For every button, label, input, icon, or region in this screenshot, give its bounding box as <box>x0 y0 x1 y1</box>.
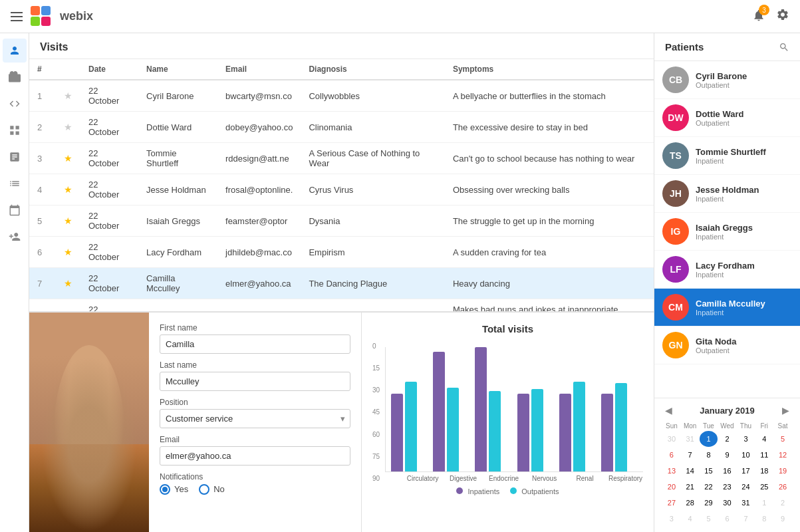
calendar-day[interactable]: 10 <box>737 447 755 463</box>
table-row[interactable]: 8 ★ 22 October Gita Noda hachi@yahoo.co … <box>29 299 654 312</box>
table-row[interactable]: 3 ★ 22 October Tommie Shurtleff rddesign… <box>29 143 654 174</box>
last-name-input[interactable] <box>160 372 350 391</box>
calendar-next-button[interactable]: ▶ <box>779 404 792 417</box>
calendar-day[interactable]: 14 <box>681 463 700 479</box>
table-row[interactable]: 4 ★ 22 October Jesse Holdman frosal@opto… <box>29 174 654 205</box>
sidebar-item-list[interactable] <box>3 172 27 196</box>
calendar-day[interactable]: 3 <box>737 431 755 447</box>
patient-list-item[interactable]: GN Gita Noda Outpatient <box>654 327 800 364</box>
radio-yes-btn[interactable] <box>160 484 170 495</box>
radio-no-label[interactable]: No <box>199 484 225 495</box>
table-row[interactable]: 6 ★ 22 October Lacy Fordham jdhildeb@mac… <box>29 237 654 268</box>
calendar-day[interactable]: 1 <box>755 495 773 511</box>
calendar-day[interactable]: 3 <box>662 511 681 527</box>
calendar-day[interactable]: 5 <box>773 431 792 447</box>
calendar-day[interactable]: 28 <box>681 495 700 511</box>
calendar-day[interactable]: 21 <box>681 479 700 495</box>
search-icon[interactable] <box>779 42 789 53</box>
cell-star[interactable]: ★ <box>56 299 80 312</box>
calendar-day[interactable]: 6 <box>662 447 681 463</box>
cal-day-header: Fri <box>755 421 773 431</box>
calendar-day[interactable]: 30 <box>718 495 736 511</box>
visits-table-container[interactable]: # Date Name Email Diagnosis Symptoms 1 ★… <box>29 59 654 312</box>
cell-star[interactable]: ★ <box>56 237 80 268</box>
calendar-day[interactable]: 12 <box>773 447 792 463</box>
calendar-day[interactable]: 8 <box>755 511 773 527</box>
calendar-day[interactable]: 24 <box>737 479 755 495</box>
calendar-day[interactable]: 31 <box>737 495 755 511</box>
radio-yes-label[interactable]: Yes <box>160 484 188 495</box>
calendar-day[interactable]: 18 <box>755 463 773 479</box>
calendar-day[interactable]: 7 <box>737 511 755 527</box>
table-row[interactable]: 7 ★ 22 October Camilla Mcculley elmer@ya… <box>29 268 654 299</box>
menu-button[interactable] <box>11 12 23 21</box>
star-icon[interactable]: ★ <box>64 278 72 289</box>
calendar-day[interactable]: 26 <box>773 479 792 495</box>
sidebar-item-calendar[interactable] <box>3 198 27 222</box>
calendar-day[interactable]: 29 <box>700 495 718 511</box>
radio-no-btn[interactable] <box>199 484 209 495</box>
calendar-day[interactable]: 8 <box>700 447 718 463</box>
sidebar-item-code[interactable] <box>3 92 27 116</box>
patient-list-item[interactable]: CB Cyril Barone Outpatient <box>654 61 800 99</box>
sidebar-item-user[interactable] <box>3 39 27 63</box>
calendar-day[interactable]: 15 <box>700 463 718 479</box>
calendar-day[interactable]: 17 <box>737 463 755 479</box>
calendar-day[interactable]: 4 <box>681 511 700 527</box>
star-icon[interactable]: ★ <box>64 90 72 101</box>
patient-list-item[interactable]: TS Tommie Shurtleff Inpatient <box>654 137 800 175</box>
star-icon[interactable]: ★ <box>64 247 72 257</box>
sidebar-item-box[interactable] <box>3 65 27 89</box>
settings-button[interactable] <box>776 8 789 25</box>
calendar-day[interactable]: 11 <box>755 447 773 463</box>
star-icon[interactable]: ★ <box>64 153 72 164</box>
calendar-day[interactable]: 27 <box>662 495 681 511</box>
star-icon[interactable]: ★ <box>64 122 72 132</box>
calendar-day[interactable]: 20 <box>662 479 681 495</box>
calendar-day[interactable]: 2 <box>773 495 792 511</box>
cell-star[interactable]: ★ <box>56 143 80 174</box>
patient-list-item[interactable]: JH Jesse Holdman Inpatient <box>654 175 800 213</box>
calendar-day[interactable]: 19 <box>773 463 792 479</box>
patient-list-item[interactable]: IG Isaiah Greggs Inpatient <box>654 213 800 251</box>
position-select[interactable]: Customer service Inpatient Outpatient <box>160 409 350 428</box>
calendar-day[interactable]: 22 <box>700 479 718 495</box>
calendar-day[interactable]: 5 <box>700 511 718 527</box>
sidebar-item-grid[interactable] <box>3 118 27 142</box>
cell-star[interactable]: ★ <box>56 174 80 205</box>
cell-num: 7 <box>29 268 56 299</box>
calendar-day[interactable]: 2 <box>718 431 736 447</box>
star-icon[interactable]: ★ <box>64 215 72 226</box>
calendar-day[interactable]: 30 <box>662 431 681 447</box>
email-input[interactable] <box>160 446 350 466</box>
cell-star[interactable]: ★ <box>56 205 80 237</box>
calendar-day[interactable]: 9 <box>718 447 736 463</box>
calendar-day[interactable]: 23 <box>718 479 736 495</box>
calendar-prev-button[interactable]: ◀ <box>662 404 675 417</box>
calendar-day[interactable]: 9 <box>773 511 792 527</box>
first-name-input[interactable] <box>160 334 350 354</box>
cell-star[interactable]: ★ <box>56 112 80 143</box>
calendar-day[interactable]: 6 <box>718 511 736 527</box>
content-area: Visits # Date Name Email Diagnosis Sympt… <box>29 33 654 532</box>
patient-list-item[interactable]: LF Lacy Fordham Inpatient <box>654 251 800 289</box>
calendar-day[interactable]: 7 <box>681 447 700 463</box>
patient-list-item[interactable]: DW Dottie Ward Outpatient <box>654 99 800 137</box>
sidebar-item-chart[interactable] <box>3 145 27 169</box>
table-row[interactable]: 5 ★ 22 October Isaiah Greggs feamster@op… <box>29 205 654 237</box>
calendar-day[interactable]: 1 <box>700 431 718 447</box>
calendar-day[interactable]: 25 <box>755 479 773 495</box>
calendar-day[interactable]: 13 <box>662 463 681 479</box>
table-row[interactable]: 2 ★ 22 October Dottie Ward dobey@yahoo.c… <box>29 112 654 143</box>
star-icon[interactable]: ★ <box>64 184 72 195</box>
calendar-day[interactable]: 31 <box>681 431 700 447</box>
calendar-day[interactable]: 16 <box>718 463 736 479</box>
calendar-day[interactable]: 4 <box>755 431 773 447</box>
notifications-button[interactable]: 3 <box>752 9 765 24</box>
cell-star[interactable]: ★ <box>56 268 80 299</box>
cell-diagnosis: Clinomania <box>301 112 445 143</box>
table-row[interactable]: 1 ★ 22 October Cyril Barone bwcarty@msn.… <box>29 80 654 112</box>
cell-star[interactable]: ★ <box>56 80 80 112</box>
sidebar-item-add-user[interactable] <box>3 225 27 249</box>
patient-list-item[interactable]: CM Camilla Mcculley Inpatient <box>654 289 800 327</box>
